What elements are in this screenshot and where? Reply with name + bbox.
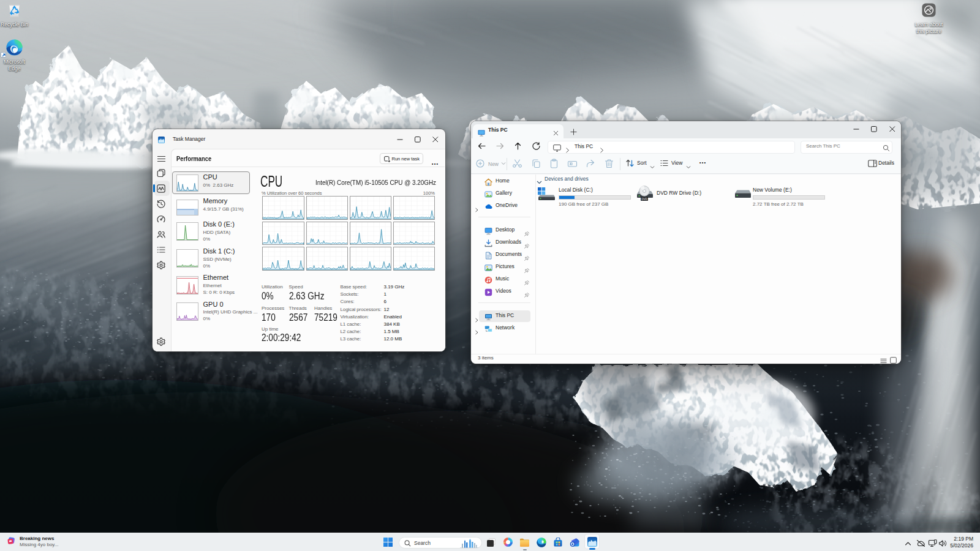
svg-text:DVD: DVD [641,198,647,201]
